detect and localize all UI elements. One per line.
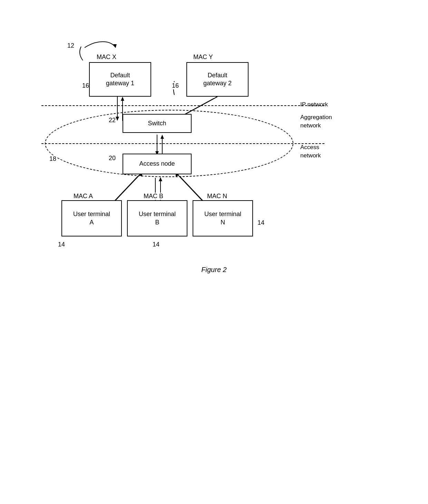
- gateway2-box: Defaultgateway 2: [186, 62, 249, 97]
- switch-box: Switch: [123, 114, 192, 133]
- num-22: 22: [109, 117, 116, 124]
- gateway2-label: Defaultgateway 2: [203, 71, 232, 88]
- ut-b-box: User terminalB: [127, 200, 187, 236]
- gateway1-label: Defaultgateway 1: [106, 71, 134, 88]
- page: 12 MAC X Defaultgateway 1 MAC Y Defaultg…: [0, 0, 428, 504]
- access-node-label: Access node: [139, 160, 175, 168]
- num-14a: 14: [58, 241, 65, 248]
- ut-n-box: User terminalN: [193, 200, 253, 236]
- num-18: 18: [49, 155, 56, 163]
- num-16a: 16: [82, 82, 89, 89]
- num-14c: 14: [257, 219, 264, 226]
- mac-n-label: MAC N: [207, 193, 227, 200]
- svg-marker-19: [159, 177, 162, 181]
- access-network-line: [41, 143, 324, 144]
- num-20: 20: [109, 155, 116, 162]
- aggregation-network-label: Aggregationnetwork: [300, 113, 332, 130]
- ip-network-line: [41, 105, 324, 106]
- mac-x-label: MAC X: [97, 54, 116, 61]
- switch-label: Switch: [148, 119, 166, 127]
- num-14b: 14: [153, 241, 159, 248]
- gateway1-box: Defaultgateway 1: [89, 62, 151, 97]
- num-16b: 16: [172, 82, 179, 89]
- figure2: 12 MAC X Defaultgateway 1 MAC Y Defaultg…: [0, 21, 428, 304]
- mac-a-label: MAC A: [74, 193, 93, 200]
- figure2-caption: Figure 2: [0, 266, 428, 274]
- ut-a-box: User terminalA: [61, 200, 122, 236]
- ref-12: 12: [67, 42, 74, 49]
- mac-b-label: MAC B: [144, 193, 163, 200]
- access-node-box: Access node: [123, 154, 192, 174]
- ut-b-label: User terminalB: [139, 210, 176, 226]
- ut-a-label: User terminalA: [73, 210, 110, 226]
- ip-network-label: IP network: [300, 101, 328, 108]
- svg-marker-24: [113, 44, 117, 48]
- ut-n-label: User terminalN: [204, 210, 241, 226]
- svg-marker-3: [121, 97, 124, 101]
- mac-y-label: MAC Y: [193, 54, 213, 61]
- access-network-label: Accessnetwork: [300, 143, 321, 160]
